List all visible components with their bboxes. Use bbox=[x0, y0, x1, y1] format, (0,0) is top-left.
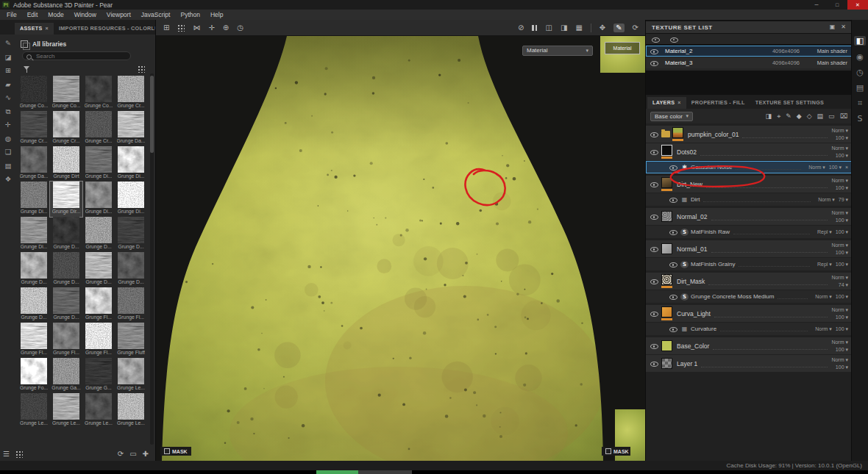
blend-mode-select[interactable]: Repl ▾ bbox=[817, 262, 832, 267]
add-view-icon[interactable]: ⊕ bbox=[223, 24, 229, 32]
asset-item[interactable]: Grunge Fl... bbox=[18, 323, 50, 358]
asset-item[interactable]: Grunge Di... bbox=[18, 217, 50, 252]
mask-editor-icon[interactable]: ▤ bbox=[5, 162, 12, 170]
filter-icon[interactable] bbox=[24, 66, 30, 73]
tab-properties-fill[interactable]: PROPERTIES - FILL bbox=[686, 97, 750, 109]
visibility-eye-icon[interactable] bbox=[650, 213, 658, 220]
add-smart-material-icon[interactable]: ▤ bbox=[817, 113, 824, 120]
add-paint-icon[interactable]: ✎ bbox=[786, 113, 791, 120]
asset-item[interactable]: Grunge Fl... bbox=[115, 287, 147, 323]
visibility-eye-icon[interactable] bbox=[669, 196, 677, 204]
blend-mode-select[interactable]: Norm ▾ bbox=[831, 145, 848, 151]
asset-item[interactable]: Grunge Di... bbox=[82, 146, 115, 182]
viewport-panel-splitter[interactable] bbox=[645, 20, 646, 461]
rotate-view-icon[interactable]: ⟳ bbox=[633, 24, 638, 32]
layer-row[interactable]: Normal_01Norm ▾100 ▾ bbox=[646, 240, 852, 257]
mask-chip[interactable]: MASK bbox=[160, 447, 191, 456]
asset-item[interactable]: Grunge Da... bbox=[115, 111, 147, 146]
material-picker-tool-icon[interactable]: ✛ bbox=[5, 121, 11, 129]
close-panel-icon[interactable]: ✕ bbox=[841, 24, 846, 30]
blend-mode-select[interactable]: Norm ▾ bbox=[831, 274, 848, 281]
asset-item[interactable]: Grunge Fl... bbox=[82, 323, 115, 358]
asset-item[interactable]: Grunge D... bbox=[50, 252, 82, 287]
layer-row[interactable]: Layer 1Norm ▾100 ▾ bbox=[646, 355, 852, 372]
display-mode-icon[interactable]: ◫ bbox=[545, 24, 552, 32]
blend-mode-select[interactable]: Norm ▾ bbox=[818, 197, 835, 203]
effect-row[interactable]: SMatFinish RawRepl ▾100 ▾ bbox=[646, 226, 852, 238]
blend-mode-select[interactable]: Norm ▾ bbox=[831, 242, 848, 248]
opacity-select[interactable]: 100 ▾ bbox=[836, 229, 848, 235]
close-tab-icon[interactable]: × bbox=[46, 26, 49, 31]
thumbnail-size-icon[interactable] bbox=[138, 65, 145, 73]
snap-grid-icon[interactable] bbox=[177, 24, 185, 32]
add-resource-icon[interactable]: ✚ bbox=[143, 450, 149, 458]
search-input[interactable] bbox=[22, 51, 131, 60]
copy-tool-icon[interactable]: ❏ bbox=[5, 148, 12, 156]
opacity-select[interactable]: 100 ▾ bbox=[829, 165, 842, 170]
layer-row[interactable]: Base_ColorNorm ▾100 ▾ bbox=[646, 337, 852, 354]
add-mask-icon[interactable]: ◨ bbox=[766, 113, 772, 120]
layer-row[interactable]: Dots02Norm ▾100 ▾ bbox=[646, 143, 852, 160]
menu-item-mode[interactable]: Mode bbox=[43, 11, 68, 18]
hide-ui-icon[interactable]: ⊘ bbox=[518, 24, 524, 32]
visibility-eye-icon[interactable] bbox=[650, 48, 658, 55]
menu-item-viewport[interactable]: Viewport bbox=[102, 11, 136, 18]
layer-row[interactable]: Curva_LightNorm ▾100 ▾ bbox=[646, 305, 852, 322]
library-selector[interactable]: All libraries bbox=[0, 37, 155, 51]
asset-item[interactable]: Grunge Ga... bbox=[50, 358, 82, 393]
eraser-tool-icon[interactable]: ◪ bbox=[5, 54, 12, 61]
mask-checkbox-icon[interactable] bbox=[164, 448, 170, 454]
tab-texture-set-settings[interactable]: TEXTURE SET SETTINGS bbox=[750, 97, 829, 109]
opacity-select[interactable]: 100 ▾ bbox=[836, 294, 848, 300]
visibility-eye-icon[interactable] bbox=[669, 326, 677, 333]
menu-item-help[interactable]: Help bbox=[205, 11, 228, 18]
channel-dropdown[interactable]: Base color bbox=[650, 112, 693, 121]
menu-item-file[interactable]: File bbox=[1, 11, 22, 18]
asset-item[interactable]: Grunge Di... bbox=[115, 146, 147, 182]
viewer-settings-icon[interactable]: ◧ bbox=[854, 36, 866, 46]
asset-item[interactable]: Grunge D... bbox=[115, 252, 147, 287]
python-console-icon[interactable]: ⌗ bbox=[858, 99, 862, 107]
opacity-select[interactable]: 100 ▾ bbox=[836, 346, 848, 353]
asset-item[interactable]: Grunge D... bbox=[18, 252, 50, 287]
asset-item[interactable]: Grunge Co... bbox=[18, 76, 50, 111]
all-visible-eye-icon[interactable] bbox=[652, 35, 660, 43]
paint-brush-icon[interactable]: ✎ bbox=[613, 24, 624, 32]
menu-item-javascript[interactable]: JavaScript bbox=[136, 11, 176, 18]
blend-mode-select[interactable]: Norm ▾ bbox=[831, 306, 848, 313]
assets-viewport-splitter[interactable] bbox=[155, 20, 156, 461]
import-folder-icon[interactable]: ▭ bbox=[129, 450, 136, 458]
visibility-eye-icon[interactable] bbox=[650, 181, 658, 188]
texture-set-row[interactable]: Material_24096x4096Main shader bbox=[646, 46, 852, 57]
asset-item[interactable]: Grunge Cr... bbox=[18, 111, 50, 146]
symmetry-icon[interactable]: ⋈ bbox=[193, 24, 200, 32]
effect-row[interactable]: ▦DirtNorm ▾79 ▾ bbox=[646, 193, 852, 206]
blend-mode-select[interactable]: Norm ▾ bbox=[815, 326, 832, 332]
opacity-select[interactable]: 100 ▾ bbox=[836, 134, 848, 141]
perspective-grid-icon[interactable]: ⊞ bbox=[163, 24, 169, 32]
visibility-eye-icon[interactable] bbox=[669, 261, 677, 268]
effect-row[interactable]: SGrunge Concrete Moss MediumNorm ▾100 ▾ bbox=[646, 290, 852, 303]
texture-set-row[interactable]: Material_34096x4096Main shader bbox=[646, 57, 852, 68]
asset-item[interactable]: Grunge Co... bbox=[50, 76, 82, 111]
asset-item[interactable]: Grunge Fluff bbox=[115, 323, 147, 358]
smudge-tool-icon[interactable]: ∿ bbox=[5, 94, 11, 101]
opacity-select[interactable]: 79 ▾ bbox=[839, 197, 848, 203]
grid-view-icon[interactable] bbox=[15, 450, 23, 458]
render-mode-icon[interactable]: ◨ bbox=[561, 24, 567, 32]
substance-share-icon[interactable]: S bbox=[858, 115, 863, 123]
minimize-button[interactable]: ─ bbox=[806, 0, 827, 10]
add-fill-icon[interactable]: ◆ bbox=[797, 113, 802, 120]
layer-row[interactable]: Dirt_MaskNorm ▾74 ▾ bbox=[646, 273, 852, 290]
asset-item[interactable]: Grunge Dirt bbox=[50, 146, 82, 182]
pear-3d-model[interactable] bbox=[156, 36, 646, 461]
blend-mode-select[interactable]: Norm ▾ bbox=[831, 339, 848, 345]
opacity-select[interactable]: 100 ▾ bbox=[836, 364, 848, 370]
visibility-eye-icon[interactable] bbox=[650, 60, 658, 67]
asset-item[interactable]: Grunge Le... bbox=[115, 393, 147, 428]
assets-scrollbar[interactable] bbox=[150, 73, 154, 445]
menu-item-window[interactable]: Window bbox=[69, 11, 102, 18]
blend-mode-select[interactable]: Norm ▾ bbox=[815, 294, 832, 300]
close-tab-icon[interactable]: × bbox=[677, 100, 680, 105]
maximize-button[interactable]: □ bbox=[827, 0, 847, 10]
